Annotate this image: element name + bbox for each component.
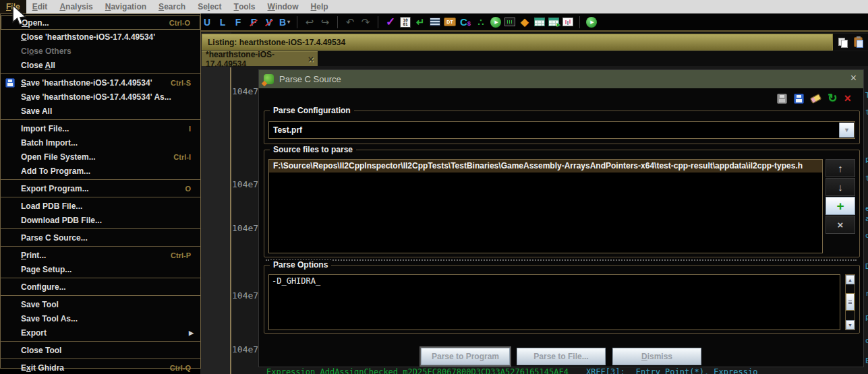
chart-icon[interactable] — [562, 18, 573, 26]
edge-fragment: a — [865, 214, 868, 223]
move-down-button[interactable]: ↓ — [826, 178, 855, 196]
listing-left-border — [230, 67, 231, 374]
filmstrip-icon[interactable] — [430, 18, 440, 26]
parse-configuration-combo[interactable]: Test.prf ▼ — [268, 121, 855, 139]
play-icon[interactable]: ▶ — [490, 17, 501, 28]
function-toggle-icon[interactable]: F — [232, 15, 244, 30]
refresh-icon[interactable]: ↻ — [828, 93, 837, 104]
edge-fragment: e — [865, 204, 868, 213]
listing-title: Listing: hearthstone-iOS-17.4.49534 — [208, 38, 345, 47]
source-file-buttons: ↑↓+× — [826, 159, 855, 235]
menu-item-add-to-program[interactable]: Add To Program... — [1, 164, 200, 178]
green-return-arrow-icon[interactable]: ↵ — [414, 15, 426, 30]
menu-item-import-file[interactable]: Import File...I — [1, 121, 200, 135]
dialog-toolbar: ↻× — [777, 92, 851, 104]
menu-item-label: Close All — [21, 61, 55, 70]
edge-fragment: r — [865, 289, 868, 298]
menu-item-close-hearthstone-ios-17-4-49534[interactable]: Close 'hearthstone-iOS-17.4.49534' — [1, 30, 200, 44]
edge-fragment: p — [865, 313, 868, 321]
underline-toggle-icon[interactable]: U — [201, 15, 213, 30]
menubar-item-window[interactable]: Window — [262, 0, 305, 13]
paste-icon[interactable] — [854, 37, 863, 47]
menu-item-label: Batch Import... — [21, 138, 78, 148]
splitter-handle[interactable] — [266, 259, 857, 261]
save-config-icon[interactable] — [777, 94, 787, 104]
variable-strike-icon[interactable]: V — [263, 15, 275, 30]
menubar-item-help[interactable]: Help — [305, 0, 335, 13]
copy-icon[interactable] — [838, 38, 847, 47]
orange-diamond-icon[interactable]: ◆ — [519, 15, 531, 30]
edge-fragment: t — [865, 108, 868, 117]
data-type-manager-icon[interactable]: DT — [444, 18, 456, 26]
edge-fragment: o — [865, 231, 868, 240]
menu-item-close-all[interactable]: Close All — [1, 58, 200, 72]
menu-item-export[interactable]: Export▶ — [1, 325, 200, 340]
menu-item-load-pdb-file[interactable]: Load PDB File... — [1, 199, 200, 213]
parse-to-program-button[interactable]: Parse to Program — [421, 348, 510, 365]
delete-config-icon[interactable]: × — [844, 93, 851, 104]
script-play-icon[interactable]: ▶ — [586, 17, 597, 28]
remove-source-file-button[interactable]: × — [826, 216, 855, 234]
dismiss-button[interactable]: Dismiss — [612, 348, 701, 365]
menu-item-download-pdb-file[interactable]: Download PDB File... — [1, 213, 200, 227]
toolbar-separator — [378, 16, 378, 28]
menubar-item-select[interactable]: Select — [192, 0, 227, 13]
memory-chip-icon[interactable] — [504, 18, 515, 26]
scroll-up-icon[interactable]: ▲ — [846, 275, 855, 284]
menu-item-open-file-system[interactable]: Open File System...Ctrl-I — [1, 150, 200, 164]
c-source-icon[interactable]: C$ — [459, 15, 471, 30]
menubar-item-navigation[interactable]: Navigation — [99, 0, 152, 13]
menubar-item-tools[interactable]: Tools — [228, 0, 262, 13]
undo-icon[interactable]: ↶ — [344, 15, 356, 30]
menu-item-page-setup[interactable]: Page Setup... — [1, 262, 200, 276]
parse-to-file-button[interactable]: Parse to File... — [517, 348, 606, 365]
listing-title-bar[interactable]: Listing: hearthstone-iOS-17.4.49534 — [202, 34, 833, 51]
eraser-icon[interactable] — [810, 94, 821, 104]
menu-item-save-all[interactable]: Save All — [1, 104, 200, 118]
parse-configuration-group: Parse Configuration Test.prf ▼ — [264, 111, 860, 144]
menubar-item-search[interactable]: Search — [152, 0, 192, 13]
menu-item-close-tool[interactable]: Close Tool — [1, 343, 200, 357]
menu-item-configure[interactable]: Configure... — [1, 280, 200, 294]
tab-close-icon[interactable]: × — [308, 54, 314, 65]
menu-item-exit-ghidra[interactable]: Exit GhidraCtrl-Q — [1, 361, 200, 374]
nav-out-icon[interactable]: ↩ — [303, 15, 316, 30]
dialog-close-icon[interactable]: × — [850, 72, 857, 84]
menu-item-save-hearthstone-ios-17-4-49534-as[interactable]: Save 'hearthstone-iOS-17.4.49534' As... — [1, 90, 200, 104]
dialog-title-bar[interactable]: Parse C Source × — [259, 70, 863, 88]
chevron-down-icon[interactable]: ▼ — [839, 123, 854, 137]
byte-dropdown-icon[interactable]: B▾ — [279, 15, 291, 30]
menu-item-open[interactable]: Open...Ctrl-O — [1, 15, 200, 30]
redo-icon[interactable]: ↷ — [359, 15, 372, 30]
menubar-item-edit[interactable]: Edit — [26, 0, 54, 13]
table-icon[interactable] — [534, 18, 545, 26]
menu-item-parse-c-source[interactable]: Parse C Source... — [1, 230, 200, 245]
add-source-file-button[interactable]: + — [826, 197, 855, 215]
save-config-as-icon[interactable] — [794, 94, 804, 104]
scroll-down-icon[interactable]: ▼ — [846, 320, 855, 330]
label-toggle-icon[interactable]: L — [216, 15, 229, 30]
floppy-blue-icon — [5, 78, 15, 88]
menu-item-save-hearthstone-ios-17-4-49534[interactable]: Save 'hearthstone-iOS-17.4.49534'Ctrl-S — [1, 75, 200, 90]
source-file-list[interactable]: F:\Source\Repos\Il2CppInspector\Il2CppTe… — [268, 159, 823, 253]
source-file-row[interactable]: F:\Source\Repos\Il2CppInspector\Il2CppTe… — [269, 160, 822, 173]
menu-item-save-tool[interactable]: Save Tool — [1, 297, 200, 311]
bytes-view-icon[interactable]: 1001 — [400, 17, 411, 28]
menu-item-print[interactable]: Print...Ctrl-P — [1, 248, 200, 262]
menu-item-batch-import[interactable]: Batch Import... — [1, 135, 200, 150]
scrollbar-thumb[interactable] — [846, 293, 855, 311]
move-up-button[interactable]: ↑ — [826, 159, 855, 177]
parse-options-input[interactable]: -D_GHIDRA_ — [268, 274, 840, 330]
listing-tab[interactable]: *hearthstone-iOS-17.4.49534 × — [202, 51, 318, 66]
validate-checkmark-icon[interactable]: ✓ — [384, 15, 397, 30]
menu-item-label: Exit Ghidra — [21, 363, 64, 373]
graph-tree-icon[interactable]: ∴ — [475, 15, 487, 30]
menu-item-export-program[interactable]: Export Program...O — [1, 181, 200, 195]
table-export-icon[interactable] — [548, 18, 559, 26]
scrollbar[interactable]: ▲ ▼ — [845, 274, 855, 330]
function-strike-icon[interactable]: F — [248, 15, 260, 30]
menubar-item-analysis[interactable]: Analysis — [53, 0, 98, 13]
menu-item-save-tool-as[interactable]: Save Tool As... — [1, 311, 200, 325]
nav-in-icon[interactable]: ↪ — [319, 15, 331, 30]
menu-item-shortcut: Ctrl-P — [171, 251, 200, 259]
